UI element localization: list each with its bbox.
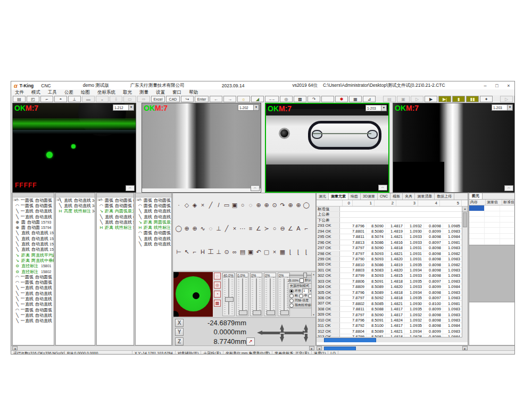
measure-element-row[interactable]: ◠***圆弧自动圆弧 — [13, 279, 54, 285]
measure-element-row[interactable]: ╲***直线自动直线 — [13, 291, 54, 296]
menu-item[interactable]: 模式 — [28, 89, 44, 96]
camera3-resize-handle[interactable]: ⇔ — [378, 185, 387, 191]
measure-element-row[interactable]: ↘距离两直线中垂线 — [13, 258, 54, 263]
ring-light-preview[interactable] — [173, 272, 213, 317]
measure-element-row[interactable]: ╲直线自动直线55 — [97, 219, 134, 225]
coaxial-radio[interactable] — [289, 299, 294, 303]
results-tab[interactable]: CNC — [378, 193, 390, 200]
toolbar-button[interactable]: ▬ — [82, 96, 95, 102]
table-row[interactable]: 309 OK7.87978.50901.48171.09320.80981.09… — [317, 312, 468, 317]
measure-element-row[interactable]: ╲直线自动直线66 — [97, 214, 134, 219]
measure-tool-icon[interactable]: 工 — [207, 248, 214, 256]
measure-tool-icon[interactable]: ⌐ — [191, 248, 198, 256]
measure-element-row[interactable]: ╲***直线自动直线 — [13, 318, 54, 324]
measure-element-row[interactable]: ╲直线自动直线15 — [13, 236, 54, 241]
table-row[interactable]: 296 OK7.88138.50861.48161.09330.80971.09… — [317, 240, 468, 245]
light-mode-icon[interactable]: ◎ — [214, 282, 221, 289]
table-row[interactable]: 304 OK7.88098.50891.48201.09330.80991.09… — [317, 284, 468, 290]
slider-thumb[interactable] — [225, 297, 234, 302]
right-panel-row[interactable] — [469, 234, 514, 240]
measure-tool-icon[interactable]: ⊥ — [215, 248, 222, 256]
tolerance-row[interactable]: 下公差 — [317, 218, 468, 223]
table-vertical-scrollbar[interactable]: ▴ — [462, 207, 468, 342]
measure-element-row[interactable]: ⊖直径标注15801 — [13, 263, 54, 269]
toolbar-button[interactable]: ✱ — [335, 96, 348, 102]
toolbar-button[interactable]: ▦ — [349, 96, 362, 102]
chevron-down-icon[interactable]: ▾ — [507, 105, 512, 110]
measure-element-row[interactable]: ⊕圆自动圆15793 — [13, 219, 54, 225]
measure-tool-icon[interactable]: ◌ — [207, 225, 214, 232]
toolbar-button[interactable]: ← — [210, 96, 222, 102]
color-cal-radio[interactable] — [289, 303, 294, 308]
table-row[interactable]: 301 OK7.88038.50831.48201.09340.80981.09… — [317, 268, 468, 273]
chevron-down-icon[interactable]: ▾ — [128, 105, 134, 110]
toolbar-button[interactable]: ⌐ — [40, 96, 53, 102]
measure-element-row[interactable]: ◠圆弧自动圆弧55 — [97, 203, 134, 208]
scroll-right-icon[interactable]: ▸ — [462, 346, 468, 350]
toolbar-button[interactable]: ▣ — [397, 96, 410, 102]
scroll-right-icon[interactable]: ▸ — [309, 346, 314, 350]
results-tab[interactable]: 测量元素 — [329, 193, 348, 200]
table-row[interactable]: 299 OK7.87908.50931.48201.09310.80981.09… — [317, 257, 468, 262]
table-row[interactable]: 300 OK7.88108.50861.48191.09350.80981.09… — [317, 262, 468, 267]
measure-tool-icon[interactable]: ▣ — [231, 201, 238, 209]
measure-tool-icon[interactable]: ╱ — [207, 201, 214, 209]
scrollbar-thumb[interactable] — [324, 338, 376, 342]
measure-tool-icon[interactable]: ≡ — [247, 225, 254, 232]
menu-item[interactable]: 测量 — [136, 89, 152, 96]
measure-element-row[interactable]: ╲***直线自动直线 — [13, 214, 54, 219]
camera-view-4[interactable]: OKM:7 1-203▾ ⇔ — [393, 103, 515, 193]
measure-element-row[interactable]: ◠***圆弧自动圆弧 — [13, 307, 54, 312]
maximize-button[interactable]: □ — [491, 83, 503, 88]
measure-tool-icon[interactable]: × — [271, 248, 278, 256]
toolbar-button[interactable]: ⇨ — [137, 96, 150, 102]
toolbar-button[interactable]: ☼ — [237, 96, 250, 102]
measure-tool-icon[interactable]: ⊕ — [295, 201, 302, 209]
tolerance-row[interactable]: 上公差 — [317, 212, 468, 217]
menu-item[interactable]: 设置 — [152, 89, 169, 96]
measure-element-row[interactable]: ◠圆弧自动圆弧66 — [97, 197, 134, 203]
toolbar-button[interactable]: ▤ — [13, 96, 26, 102]
measure-element-row[interactable]: H高度线性标注34 — [56, 209, 95, 214]
measure-element-row[interactable]: ╲直线自动直线15 — [13, 247, 54, 252]
toolbar-button[interactable]: ▮ — [452, 96, 465, 102]
measure-element-row[interactable]: ╲直线自动直线34 — [56, 197, 95, 203]
measure-tool-icon[interactable]: ⌊ — [287, 248, 294, 256]
camera2-exposure-combo[interactable]: 1-202▾ — [238, 104, 259, 111]
measure-element-row[interactable]: ◠圆弧自动圆弧55 — [136, 230, 171, 236]
measure-tool-icon[interactable]: ⊕ — [183, 225, 190, 232]
measure-tool-icon[interactable]: ∞ — [231, 248, 238, 256]
measure-tool-icon[interactable]: ⊕ — [191, 225, 198, 232]
results-tab[interactable]: 数据上传 — [435, 193, 454, 200]
element-list-panel-2[interactable]: ◂ ╲直线自动直线34 ╲直线自动直线34 H高度线性标注34 — [55, 193, 95, 345]
minimize-button[interactable]: – — [479, 83, 491, 88]
measure-tool-icon[interactable]: × — [199, 201, 206, 209]
menu-item[interactable]: 公差 — [61, 89, 77, 96]
chevron-down-icon[interactable]: ▾ — [253, 105, 259, 110]
toolbar-button[interactable]: ▩ — [294, 96, 306, 102]
light-channel-slider[interactable]: 0.0% — [236, 273, 248, 316]
measure-tool-icon[interactable]: ▭ — [223, 201, 230, 209]
measure-tool-icon[interactable]: H — [199, 248, 206, 256]
light-mode-icon[interactable]: ◔ — [214, 291, 221, 298]
table-row[interactable]: 293 OK7.87968.50901.48171.09320.80981.09… — [317, 223, 468, 228]
menu-item[interactable]: 工具 — [44, 89, 61, 96]
light-channel-slider[interactable]: 0% — [264, 273, 276, 316]
light-channel-slider[interactable]: 0% — [250, 273, 262, 316]
table-row[interactable]: 303 OK7.88068.50911.48181.09350.80971.09… — [317, 279, 468, 284]
measure-tool-icon[interactable]: ⌊ — [295, 248, 302, 256]
scroll-left-icon[interactable]: ◂ — [12, 346, 18, 350]
measure-tool-icon[interactable]: ▤ — [239, 248, 246, 256]
selected-cell[interactable] — [469, 205, 485, 211]
right-panel-row[interactable] — [469, 217, 514, 223]
measure-tool-icon[interactable]: ▣ — [247, 248, 254, 256]
results-tab[interactable]: 绘图 — [348, 193, 361, 200]
measure-tool-icon[interactable]: ⊕ — [255, 201, 262, 209]
camera-view-1[interactable]: OKM:7 1-212▾ FFFFF ⇔ — [12, 103, 136, 193]
measure-element-row[interactable]: ◠圆弧自动圆弧55 — [136, 203, 171, 208]
measure-element-row[interactable]: ◠***圆弧自动圆弧 — [13, 274, 54, 279]
element-list-panel-1[interactable]: ◂ ◠***圆弧自动圆弧 ◠***圆弧自动圆弧 ╲***直线自动直线 — [12, 193, 54, 345]
light-mode-icon[interactable]: ▩ — [214, 300, 221, 307]
toolbar-button[interactable]: ▷ — [411, 96, 423, 102]
light-channel-slider[interactable]: 40.0% — [222, 273, 235, 316]
